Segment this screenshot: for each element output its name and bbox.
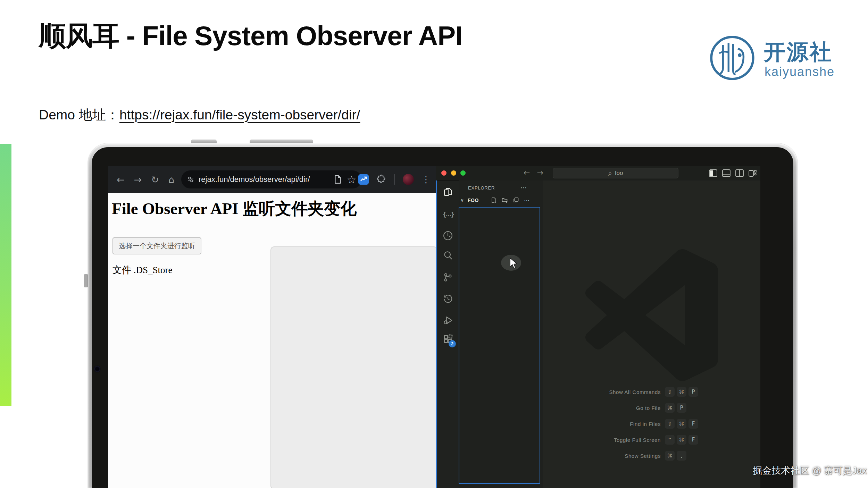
chevron-down-icon[interactable]: ∨	[460, 197, 464, 203]
browser-window: ← → ↻ ⌂ rejax.fun/demos/observer/api/dir…	[108, 166, 436, 488]
shortcut-row: Show Settings⌘,	[577, 448, 700, 464]
reader-mode-icon[interactable]	[334, 175, 342, 184]
mouse-cursor	[509, 258, 518, 269]
shortcut-keys: ⌘P	[665, 403, 686, 413]
keycap: ,	[677, 451, 686, 461]
demo-label: Demo 地址：	[39, 107, 119, 122]
brand-name-cn: 开源社	[764, 37, 833, 67]
tablet-device: ← → ↻ ⌂ rejax.fun/demos/observer/api/dir…	[88, 143, 798, 488]
file-event-text: 文件 .DS_Store	[112, 264, 173, 276]
keycap: F	[688, 419, 698, 429]
collapse-copy-icon[interactable]	[513, 197, 519, 203]
activity-bar: {...}	[437, 180, 459, 488]
keycap: ⌘	[665, 403, 675, 413]
community-watermark: 掘金技术社区 @ 寨可是Jax	[753, 464, 867, 477]
keycap: ⌘	[677, 435, 686, 445]
log-panel	[270, 246, 437, 488]
forward-icon[interactable]: →	[134, 174, 142, 185]
shortcut-row: Toggle Full Screen⌃⌘F	[577, 432, 700, 448]
kaiyuanshe-logo-icon	[709, 35, 756, 81]
run-debug-icon[interactable]	[443, 315, 453, 326]
browser-page: File Observer API 监听文件夹变化 选择一个文件夹进行监听 文件…	[108, 193, 436, 488]
extensions-activity-icon[interactable]: 2	[443, 334, 453, 344]
timeline-history-icon[interactable]	[443, 293, 453, 304]
source-control-icon[interactable]	[443, 272, 453, 283]
close-traffic-light[interactable]	[441, 170, 446, 176]
split-editor-icon[interactable]	[735, 169, 744, 177]
shortcut-label: Find in Files	[577, 421, 661, 427]
shortcut-row: Show All Commands⇧⌘P	[577, 384, 700, 400]
url-text[interactable]: rejax.fun/demos/observer/api/dir/	[199, 175, 334, 184]
demo-address-line: Demo 地址：https://rejax.fun/file-system-ob…	[39, 106, 360, 124]
extensions-puzzle-icon[interactable]	[376, 174, 387, 185]
window-edge-highlight	[436, 180, 437, 488]
folder-more-icon[interactable]: ⋯	[524, 197, 529, 204]
shortcut-label: Go to File	[577, 405, 661, 411]
folder-section-title[interactable]: FOO	[468, 197, 479, 203]
keycap: ⌘	[677, 419, 686, 429]
explorer-title: EXPLORER	[468, 185, 495, 191]
braces-extension-icon[interactable]: {...}	[443, 209, 454, 219]
shortcut-row: Go to File⌘P	[577, 400, 700, 416]
shortcut-label: Show All Commands	[577, 389, 661, 395]
vscode-logo-watermark	[585, 247, 718, 383]
vscode-titlebar: ← → ⌕ foo	[436, 166, 760, 181]
keycap: ⇧	[665, 387, 675, 397]
site-settings-icon[interactable]	[187, 176, 194, 183]
explorer-activity-icon[interactable]	[443, 187, 453, 197]
keycap: ⌃	[665, 435, 675, 445]
vscode-body: {...}	[436, 180, 760, 488]
command-center-search[interactable]: ⌕ foo	[553, 168, 678, 178]
keycap: ⌘	[665, 451, 675, 461]
refresh-icon[interactable]: ↻	[151, 174, 159, 185]
new-file-icon[interactable]	[491, 197, 497, 203]
front-camera	[94, 366, 100, 372]
address-bar[interactable]: rejax.fun/demos/observer/api/dir/ ☆	[181, 170, 362, 188]
pick-folder-button[interactable]: 选择一个文件夹进行监听	[112, 237, 201, 254]
home-icon[interactable]: ⌂	[168, 174, 174, 185]
browser-menu-icon[interactable]: ⋮	[422, 174, 431, 185]
search-value: foo	[615, 170, 623, 177]
page-heading: File Observer API 监听文件夹变化	[112, 198, 357, 220]
shortcut-row: Find in Files⇧⌘F	[577, 416, 700, 432]
keycap: ⌘	[677, 387, 686, 397]
slide-accent-strip	[0, 144, 11, 406]
brand-name-en: kaiyuanshe	[765, 65, 835, 79]
bookmark-star-icon[interactable]: ☆	[347, 174, 356, 186]
search-icon: ⌕	[608, 169, 612, 177]
customize-layout-icon[interactable]	[749, 169, 757, 177]
keycap: F	[688, 435, 698, 445]
keycap: P	[688, 387, 698, 397]
toolbar-separator	[394, 174, 395, 185]
pinned-extension-icon[interactable]	[358, 174, 369, 185]
vscode-window: ← → ⌕ foo	[436, 166, 760, 488]
toggle-panel-icon[interactable]	[722, 169, 731, 177]
history-forward-icon[interactable]: →	[537, 168, 543, 177]
page-title: 顺风耳 - File System Observer API	[39, 18, 462, 54]
keycap: ⇧	[665, 419, 675, 429]
keycap: P	[677, 403, 686, 413]
shortcut-keys: ⇧⌘F	[665, 419, 698, 429]
history-back-icon[interactable]: ←	[524, 168, 530, 177]
back-icon[interactable]: ←	[117, 174, 125, 185]
kaiyuanshe-brand: 开源社 kaiyuanshe	[709, 35, 862, 83]
toggle-sidebar-icon[interactable]	[709, 169, 717, 177]
browser-toolbar: ← → ↻ ⌂ rejax.fun/demos/observer/api/dir…	[108, 166, 436, 193]
new-folder-icon[interactable]	[502, 197, 508, 203]
editor-area: Show All Commands⇧⌘PGo to File⌘PFind in …	[543, 180, 760, 488]
shortcut-label: Show Settings	[577, 453, 661, 459]
extensions-badge: 2	[449, 340, 456, 347]
explorer-more-icon[interactable]: ⋯	[520, 184, 527, 191]
file-tree-drop-area[interactable]	[459, 207, 540, 484]
gauge-extension-icon[interactable]	[443, 230, 453, 241]
search-activity-icon[interactable]	[443, 250, 453, 261]
explorer-sidebar: EXPLORER ⋯ ∨ FOO	[459, 180, 543, 488]
profile-avatar[interactable]	[403, 174, 414, 185]
demo-link[interactable]: https://rejax.fun/file-system-observer/d…	[119, 107, 360, 122]
shortcut-keys: ⇧⌘P	[665, 387, 698, 397]
minimize-traffic-light[interactable]	[451, 170, 456, 176]
shortcuts-list: Show All Commands⇧⌘PGo to File⌘PFind in …	[577, 384, 700, 464]
zoom-traffic-light[interactable]	[460, 170, 466, 176]
shortcut-label: Toggle Full Screen	[577, 437, 661, 443]
shortcut-keys: ⌃⌘F	[665, 435, 698, 445]
